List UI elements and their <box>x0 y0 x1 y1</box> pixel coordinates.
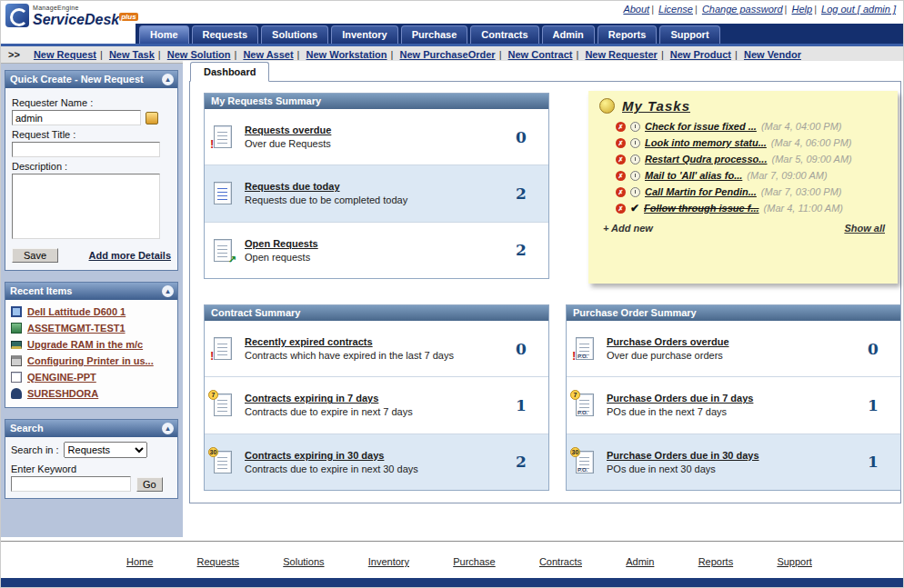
document-icon <box>11 372 22 383</box>
recent-item-link[interactable]: Dell Lattitude D600 1 <box>27 306 126 317</box>
task-link[interactable]: Mail to 'All' alias fo... <box>645 170 742 181</box>
delete-task-icon[interactable]: ✗ <box>616 204 626 214</box>
days-badge: 30 <box>208 447 218 457</box>
add-more-details-link[interactable]: Add more Details <box>89 250 171 261</box>
po-label: P.O. <box>578 410 588 415</box>
new-asset-link[interactable]: New Asset <box>243 49 293 60</box>
list-item: Dell Lattitude D600 1 <box>9 304 174 320</box>
tab-dashboard[interactable]: Dashboard <box>190 62 269 82</box>
logout-link[interactable]: Log out [ admin ] <box>821 4 896 15</box>
po-due-7days-link[interactable]: Purchase Orders due in 7 days <box>607 393 753 404</box>
separator: | <box>576 49 578 60</box>
contracts-expiring-7days-link[interactable]: Contracts expiring in 7 days <box>245 393 378 404</box>
po-overdue-link[interactable]: Purchase Orders overdue <box>607 336 729 347</box>
task-link[interactable]: Check for issue fixed ... <box>645 121 757 132</box>
contract-summary-panel: Contract Summary ! Recently expired cont… <box>204 304 549 491</box>
tab-purchase[interactable]: Purchase <box>401 25 468 44</box>
list-item: Configuring Printer in us... <box>9 353 174 369</box>
tab-contracts[interactable]: Contracts <box>470 25 538 44</box>
request-title-input[interactable] <box>12 142 160 157</box>
delete-task-icon[interactable]: ✗ <box>616 138 626 148</box>
requests-overdue-link[interactable]: Requests overdue <box>245 125 331 135</box>
footer-solutions-link[interactable]: Solutions <box>283 556 324 567</box>
recent-items-header: Recent Items ▴ <box>5 283 177 300</box>
task-link[interactable]: Follow through issue f... <box>644 203 759 214</box>
keyword-input[interactable] <box>11 476 131 492</box>
tab-home[interactable]: Home <box>139 25 189 44</box>
requests-due-today-link[interactable]: Requests due today <box>245 181 340 192</box>
new-vendor-link[interactable]: New Vendor <box>744 49 801 60</box>
footer-home-link[interactable]: Home <box>126 556 153 567</box>
quick-create-header: Quick Create - New Request ▴ <box>5 71 177 88</box>
new-request-link[interactable]: New Request <box>34 49 96 60</box>
collapse-icon[interactable]: ▴ <box>162 285 174 297</box>
footer-reports-link[interactable]: Reports <box>698 556 734 567</box>
brand-main-text: ServiceDesk <box>33 12 119 27</box>
task-time: (Mar 5, 09:00 AM) <box>772 154 852 164</box>
go-button[interactable]: Go <box>136 477 163 492</box>
collapse-icon[interactable]: ▴ <box>162 74 174 85</box>
search-in-label: Search in : <box>11 444 59 455</box>
collapse-icon[interactable]: ▴ <box>162 423 174 434</box>
recent-item-link[interactable]: Upgrade RAM in the m/c <box>27 339 143 350</box>
description-textarea[interactable] <box>12 174 160 239</box>
task-link[interactable]: Call Martin for Pendin... <box>645 186 757 197</box>
row-description: Over due Requests <box>245 138 503 149</box>
new-solution-link[interactable]: New Solution <box>167 49 231 60</box>
expired-contracts-link[interactable]: Recently expired contracts <box>245 336 373 347</box>
tab-requests[interactable]: Requests <box>192 25 259 44</box>
tab-inventory[interactable]: Inventory <box>331 25 398 44</box>
show-all-tasks-link[interactable]: Show all <box>844 223 885 234</box>
tab-reports[interactable]: Reports <box>598 25 658 44</box>
recent-item-link[interactable]: QENGINE-PPT <box>27 372 96 383</box>
task-link[interactable]: Look into memory statu... <box>645 137 767 148</box>
tab-admin[interactable]: Admin <box>542 25 595 44</box>
requester-lookup-icon[interactable] <box>146 112 158 125</box>
new-requester-link[interactable]: New Requester <box>585 49 657 60</box>
help-link[interactable]: Help <box>792 4 813 15</box>
footer-purchase-link[interactable]: Purchase <box>453 556 495 567</box>
tab-support[interactable]: Support <box>659 25 719 44</box>
about-link[interactable]: About <box>623 4 649 15</box>
task-item: ✗ Look into memory statu... (Mar 4, 06:0… <box>616 137 889 148</box>
new-contract-link[interactable]: New Contract <box>508 49 573 60</box>
servicedesk-window: ManageEngine ServiceDeskplus About| Lice… <box>0 0 904 588</box>
footer-contracts-link[interactable]: Contracts <box>539 556 582 567</box>
row-description: POs due in the next 7 days <box>607 406 855 417</box>
search-in-select[interactable]: Requests <box>64 442 147 458</box>
delete-task-icon[interactable]: ✗ <box>616 171 626 181</box>
recent-item-link[interactable]: SURESHDORA <box>27 388 98 399</box>
separator: | <box>234 49 236 60</box>
footer-requests-link[interactable]: Requests <box>197 556 239 567</box>
delete-task-icon[interactable]: ✗ <box>616 122 626 132</box>
new-task-link[interactable]: New Task <box>109 49 155 60</box>
recent-items-list: Dell Lattitude D600 1 ASSETMGMT-TEST1 Up… <box>5 300 177 407</box>
delete-task-icon[interactable]: ✗ <box>616 187 626 197</box>
recent-item-link[interactable]: ASSETMGMT-TEST1 <box>27 323 126 334</box>
open-requests-link[interactable]: Open Requests <box>245 238 318 249</box>
delete-task-icon[interactable]: ✗ <box>616 154 626 164</box>
task-done-check-icon: ✔ <box>630 204 639 214</box>
change-password-link[interactable]: Change password <box>702 4 783 15</box>
footer-links: Home Requests Solutions Inventory Purcha… <box>1 556 903 567</box>
task-clock-icon <box>630 154 640 164</box>
row-description: POs due in next 30 days <box>607 463 855 474</box>
add-new-task-link[interactable]: + Add new <box>603 223 653 234</box>
new-purchaseorder-link[interactable]: New PurchaseOrder <box>399 49 495 60</box>
footer-admin-link[interactable]: Admin <box>626 556 654 567</box>
tab-solutions[interactable]: Solutions <box>261 25 328 44</box>
po-due-30days-link[interactable]: Purchase Orders due in 30 days <box>607 450 759 461</box>
new-workstation-link[interactable]: New Workstation <box>306 49 387 60</box>
license-link[interactable]: License <box>658 4 693 15</box>
recent-item-link[interactable]: Configuring Printer in us... <box>27 355 154 366</box>
requester-name-input[interactable] <box>12 110 141 125</box>
count-value: 2 <box>503 184 539 203</box>
save-button[interactable]: Save <box>12 248 58 263</box>
footer-inventory-link[interactable]: Inventory <box>368 556 409 567</box>
task-link[interactable]: Restart Qudra processo... <box>645 154 768 164</box>
contracts-expiring-30days-link[interactable]: Contracts expiring in 30 days <box>245 450 384 461</box>
my-tasks-title: My Tasks <box>622 98 690 114</box>
footer-support-link[interactable]: Support <box>777 556 812 567</box>
new-product-link[interactable]: New Product <box>670 49 731 60</box>
po-label: P.O. <box>578 467 588 473</box>
